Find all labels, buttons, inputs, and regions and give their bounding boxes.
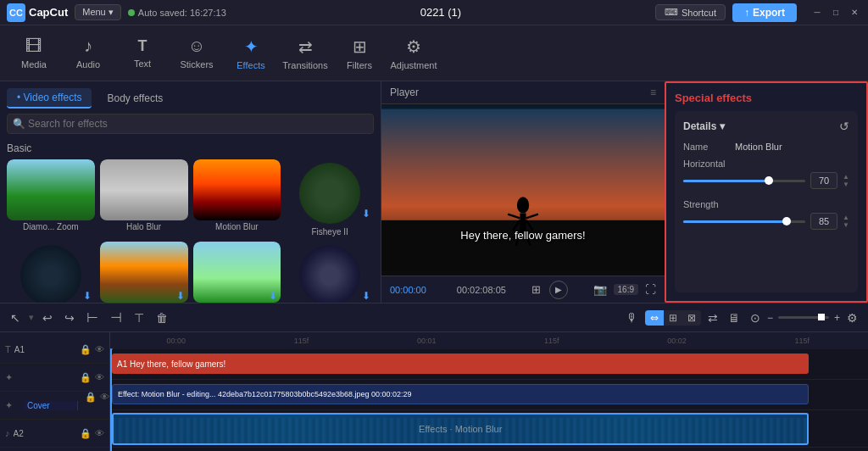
text-lock-icon[interactable]: 🔒 bbox=[80, 344, 92, 355]
monitor-icon[interactable]: 🖥 bbox=[725, 309, 743, 326]
maximize-button[interactable]: □ bbox=[829, 6, 843, 19]
se-details: Details ▾ ↺ Name Motion Blur Horizontal … bbox=[675, 111, 858, 292]
horizontal-down-arrow[interactable]: ▼ bbox=[843, 181, 849, 188]
export-icon: ↑ bbox=[744, 7, 749, 19]
toolbar-filters[interactable]: ⊞ Filters bbox=[334, 30, 385, 77]
toggle-group: ⇔ ⊞ ⊠ bbox=[645, 310, 701, 326]
timeline: ↖ ▾ ↩ ↪ ⊢ ⊣ ⊤ 🗑 🎙 ⇔ ⊞ ⊠ ⇄ 🖥 ⊙ − + ⚙ bbox=[0, 303, 868, 451]
delete-tool[interactable]: 🗑 bbox=[153, 309, 171, 326]
reset-button[interactable]: ↺ bbox=[839, 120, 849, 133]
toolbar-effects[interactable]: ✦ Effects bbox=[225, 30, 276, 77]
horizontal-row: Horizontal 70 ▲ ▼ bbox=[683, 159, 849, 189]
fullscreen-icon[interactable]: ⛶ bbox=[645, 283, 656, 296]
strength-up-arrow[interactable]: ▲ bbox=[843, 214, 849, 221]
horizontal-slider-thumb[interactable] bbox=[765, 176, 773, 185]
ruler-mark-1: 115f bbox=[239, 337, 364, 345]
crop-tool[interactable]: ⊤ bbox=[131, 309, 147, 326]
video-clip[interactable]: Effects · Motion Blur bbox=[112, 413, 809, 445]
shortcut-button[interactable]: ⌨ Shortcut bbox=[655, 4, 726, 20]
mic-icon[interactable]: 🎙 bbox=[623, 309, 642, 326]
toolbar-text[interactable]: T Text bbox=[117, 30, 168, 77]
toggle-magnet[interactable]: ⊞ bbox=[664, 310, 682, 326]
effect-motion-blur[interactable]: Motion Blur bbox=[193, 159, 281, 237]
split-right-tool[interactable]: ⊣ bbox=[107, 308, 125, 327]
zoom-slider[interactable] bbox=[778, 316, 829, 319]
zoom-minus-icon[interactable]: − bbox=[767, 312, 773, 324]
player-menu-icon[interactable]: ≡ bbox=[650, 86, 656, 98]
effect-thumb-fisheye-4 bbox=[20, 245, 81, 303]
audio-lock-icon[interactable]: 🔒 bbox=[80, 428, 92, 439]
toggle-snap[interactable]: ⊠ bbox=[682, 310, 701, 326]
undo-tool[interactable]: ↩ bbox=[39, 309, 56, 326]
video-track-icon: ✦ bbox=[5, 400, 13, 411]
strength-slider-fill bbox=[683, 220, 787, 223]
text-clip[interactable]: A1 Hey there, fellow gamers! bbox=[112, 354, 809, 374]
effect-wide-angle[interactable]: ⬇ Wide Angle bbox=[193, 242, 281, 303]
text-eye-icon[interactable]: 👁 bbox=[95, 344, 104, 354]
effects-icon: ✦ bbox=[244, 36, 259, 57]
playhead[interactable] bbox=[110, 349, 112, 451]
ruler-mark-4: 00:02 bbox=[615, 337, 740, 345]
split-tool[interactable]: ⊢ bbox=[83, 308, 102, 327]
effect-lock-icon[interactable]: 🔒 bbox=[80, 372, 92, 383]
timeline-ruler: 00:00 115f 00:01 115f 00:02 115f bbox=[110, 332, 868, 349]
toolbar-audio[interactable]: ♪ Audio bbox=[63, 30, 114, 77]
toolbar-transitions[interactable]: ⇄ Transitions bbox=[280, 30, 331, 77]
effect-fisheye-ii[interactable]: ⬇ Fisheye II bbox=[286, 159, 374, 237]
player-video: Hey there, fellow gamers! bbox=[381, 104, 665, 276]
grid-icon[interactable]: ⊞ bbox=[531, 283, 541, 296]
settings-icon[interactable]: ⚙ bbox=[843, 309, 861, 326]
effects-grid: Diamo... Zoom Halo Blur Motion Blur ⬇ Fi… bbox=[7, 159, 374, 303]
effect-eye-icon[interactable]: 👁 bbox=[95, 372, 104, 382]
ruler-mark-3: 115f bbox=[489, 337, 615, 345]
effects-search-area: 🔍 bbox=[0, 109, 381, 139]
toggle-link[interactable]: ⇔ bbox=[645, 310, 664, 326]
name-row: Name Motion Blur bbox=[683, 142, 849, 152]
video-lock-icon[interactable]: 🔒 bbox=[85, 392, 97, 419]
minimize-button[interactable]: ─ bbox=[810, 6, 824, 19]
strength-slider-thumb[interactable] bbox=[782, 217, 791, 226]
effect-clip[interactable]: Effect: Motion Blur - editing... 42deba7… bbox=[112, 384, 809, 404]
export-button[interactable]: ↑ Export bbox=[732, 3, 797, 22]
transitions-label: Transitions bbox=[282, 60, 327, 70]
horizontal-value: 70 bbox=[810, 172, 837, 189]
screenshot-icon[interactable]: 📷 bbox=[593, 283, 607, 296]
effect-fisheye-iii[interactable]: ⬇ Fisheye III bbox=[286, 242, 374, 303]
ruler-marks: 00:00 115f 00:01 115f 00:02 115f bbox=[114, 337, 865, 345]
media-label: Media bbox=[21, 59, 47, 70]
toolbar-media[interactable]: 🎞 Media bbox=[8, 30, 59, 77]
video-effects-tab[interactable]: • Video effects bbox=[7, 88, 92, 109]
cursor-tool[interactable]: ↖ bbox=[7, 309, 24, 326]
se-section-title: Details ▾ bbox=[683, 120, 725, 132]
audio-eye-icon[interactable]: 👁 bbox=[95, 428, 104, 438]
zoom-control: − + bbox=[767, 312, 840, 324]
search-input[interactable] bbox=[7, 114, 374, 134]
body-effects-tab[interactable]: Body effects bbox=[97, 88, 173, 109]
zoom-plus-icon[interactable]: + bbox=[834, 312, 840, 324]
autosave-dot bbox=[128, 9, 135, 16]
strength-slider[interactable] bbox=[683, 220, 805, 223]
menu-button[interactable]: Menu ▾ bbox=[75, 4, 121, 20]
horizontal-up-arrow[interactable]: ▲ bbox=[843, 174, 849, 181]
link-icon[interactable]: ⇄ bbox=[704, 309, 721, 326]
toolbar-adjustment[interactable]: ⚙ Adjustment bbox=[388, 30, 439, 77]
effect-halo-blur[interactable]: Halo Blur bbox=[100, 159, 188, 237]
text-clip-label: A1 Hey there, fellow gamers! bbox=[112, 359, 231, 369]
toolbar-stickers[interactable]: ☺ Stickers bbox=[171, 30, 222, 77]
effects-tabs: • Video effects Body effects bbox=[0, 81, 381, 109]
effect-transform-fall[interactable]: ⬇ Transfo...to Fall bbox=[100, 242, 188, 303]
play-button[interactable]: ▶ bbox=[549, 281, 568, 299]
effect-thumb-motion-blur bbox=[193, 159, 281, 220]
effect-diamond-zoom[interactable]: Diamo... Zoom bbox=[7, 159, 95, 237]
video-eye-icon[interactable]: 👁 bbox=[100, 392, 109, 419]
effect-clip-label: Effect: Motion Blur - editing... 42deba7… bbox=[113, 390, 417, 398]
circle-icon[interactable]: ⊙ bbox=[747, 309, 764, 326]
track-header-video: ✦ Cover 🔒 👁 bbox=[0, 392, 109, 420]
name-value: Motion Blur bbox=[735, 142, 782, 152]
horizontal-slider[interactable] bbox=[683, 180, 805, 182]
redo-tool[interactable]: ↪ bbox=[61, 309, 78, 326]
close-button[interactable]: ✕ bbox=[848, 6, 861, 19]
horizontal-label: Horizontal bbox=[683, 159, 849, 169]
effect-fisheye-4[interactable]: ⬇ Fisheye 4 bbox=[7, 242, 95, 303]
strength-down-arrow[interactable]: ▼ bbox=[843, 222, 849, 229]
